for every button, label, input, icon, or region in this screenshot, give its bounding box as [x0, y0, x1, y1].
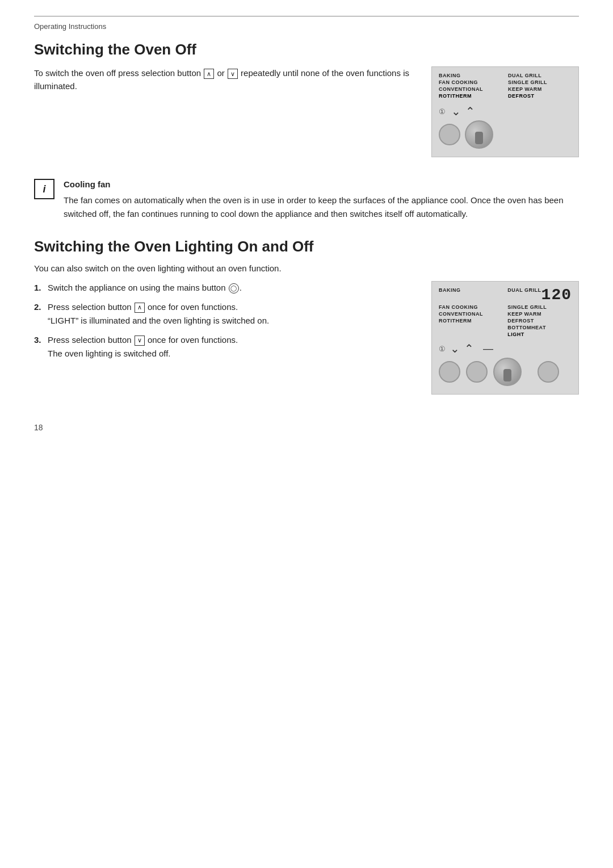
step-3-num: 3. — [34, 333, 45, 360]
section2-text-col: 1. Switch the appliance on using the mai… — [34, 281, 414, 366]
up-arrow-btn[interactable]: ∧ — [204, 69, 214, 79]
step-3: 3. Press selection button ∨ once for ove… — [34, 333, 414, 360]
label-baking: BAKING — [439, 73, 502, 78]
step-2-num: 2. — [34, 300, 45, 328]
section1-text-col: To switch the oven off press selection b… — [34, 66, 414, 93]
oven-panel-2: BAKING DUAL GRILL 120 FAN COOKING SINGLE… — [431, 281, 579, 395]
step-1-num: 1. — [34, 281, 45, 295]
label-dual-grill: DUAL GRILL — [508, 73, 572, 78]
step-1-text: Switch the appliance on using the mains … — [48, 281, 414, 295]
chevron-up-icon-2: ⌃ — [464, 342, 474, 355]
oven-panel-2-knobs — [439, 358, 572, 386]
p2-rotitherm: ROTITHERM — [439, 318, 502, 324]
top-rule — [34, 16, 579, 16]
oven-panel-1-labels: BAKING DUAL GRILL FAN COOKING SINGLE GRI… — [439, 73, 572, 99]
section1-panel-col: BAKING DUAL GRILL FAN COOKING SINGLE GRI… — [431, 66, 579, 157]
info-content: Cooling fan The fan comes on automatical… — [64, 178, 579, 221]
section1-title: Switching the Oven Off — [34, 41, 579, 58]
down-arrow-btn[interactable]: ∨ — [228, 69, 238, 79]
step-1: 1. Switch the appliance on using the mai… — [34, 281, 414, 295]
oven-panel-1-buttons: ① ⌄ ⌃ — [439, 104, 572, 118]
label-single-grill: SINGLE GRILL — [508, 79, 572, 85]
label-defrost: DEFROST — [508, 93, 572, 99]
center-knob-1 — [465, 120, 493, 149]
section2-panel-col: BAKING DUAL GRILL 120 FAN COOKING SINGLE… — [431, 281, 579, 395]
label-fan-cooking: FAN COOKING — [439, 79, 502, 85]
info-text: The fan comes on automatically when the … — [64, 194, 579, 221]
info-title: Cooling fan — [64, 178, 579, 191]
oven-display: 120 — [541, 287, 572, 303]
p2-dual-grill: DUAL GRILL — [507, 287, 541, 293]
p2-conventional: CONVENTIONAL — [439, 311, 502, 317]
section1-paragraph: To switch the oven off press selection b… — [34, 66, 414, 93]
label-rotitherm: ROTITHERM — [439, 93, 502, 99]
chevron-up-icon-1: ⌃ — [465, 104, 475, 118]
p2-defrost: DEFROST — [507, 318, 572, 324]
info-box-cooling: i Cooling fan The fan comes on automatic… — [34, 178, 579, 221]
p2-single-grill: SINGLE GRILL — [507, 304, 572, 310]
left-knob-2 — [439, 361, 460, 383]
step-2-text: Press selection button ∧ once for oven f… — [48, 300, 414, 328]
knob-handle-1 — [475, 132, 483, 144]
left-knob-1 — [439, 124, 460, 145]
center-knob-2 — [493, 358, 522, 386]
down-btn-inline-3[interactable]: ∨ — [135, 336, 145, 346]
steps-list: 1. Switch the appliance on using the mai… — [34, 281, 414, 360]
oven-panel-2-btns: ① ⌄ ⌃ — — [439, 342, 572, 355]
section2-intro: You can also switch on the oven lighting… — [34, 263, 579, 273]
up-btn-inline-2[interactable]: ∧ — [135, 303, 145, 313]
step-3-text: Press selection button ∨ once for oven f… — [48, 333, 414, 360]
label-keep-warm: KEEP WARM — [508, 86, 572, 92]
step-2: 2. Press selection button ∧ once for ove… — [34, 300, 414, 328]
section2-title: Switching the Oven Lighting On and Off — [34, 238, 579, 255]
chevron-down-icon-2: ⌄ — [450, 342, 460, 355]
oven-panel-2-grid: BAKING DUAL GRILL 120 FAN COOKING SINGLE… — [439, 287, 572, 337]
section1-content-row: To switch the oven off press selection b… — [34, 66, 579, 157]
chevron-down-icon-1: ⌄ — [451, 104, 461, 118]
page-container: Operating Instructions Switching the Ove… — [0, 0, 613, 449]
section-switching-off: Switching the Oven Off To switch the ove… — [34, 41, 579, 157]
p2-fan-cooking: FAN COOKING — [439, 304, 502, 310]
power-icon-1: ① — [439, 107, 447, 116]
power-icon-2: ① — [439, 345, 446, 353]
mid-knob-2 — [466, 361, 488, 383]
right-knob-2 — [538, 361, 559, 383]
oven-panel-1-knobs — [439, 120, 572, 149]
info-icon: i — [34, 179, 54, 199]
p2-keep-warm: KEEP WARM — [507, 311, 572, 317]
power-btn-inline[interactable]: ◯ — [229, 283, 239, 293]
p2-bottomheat: BOTTOMHEAT — [507, 325, 572, 330]
section-lighting: Switching the Oven Lighting On and Off Y… — [34, 238, 579, 395]
knob-handle-2 — [503, 369, 511, 381]
label-conventional: CONVENTIONAL — [439, 86, 502, 92]
header-label: Operating Instructions — [34, 22, 579, 31]
section2-content-row: 1. Switch the appliance on using the mai… — [34, 281, 579, 395]
p2-baking: BAKING — [439, 287, 502, 293]
page-number: 18 — [34, 423, 43, 432]
p2-right-col: DUAL GRILL 120 — [507, 287, 572, 303]
minus-icon: — — [483, 343, 493, 355]
p2-light: LIGHT — [507, 332, 572, 337]
oven-panel-1: BAKING DUAL GRILL FAN COOKING SINGLE GRI… — [431, 66, 579, 157]
